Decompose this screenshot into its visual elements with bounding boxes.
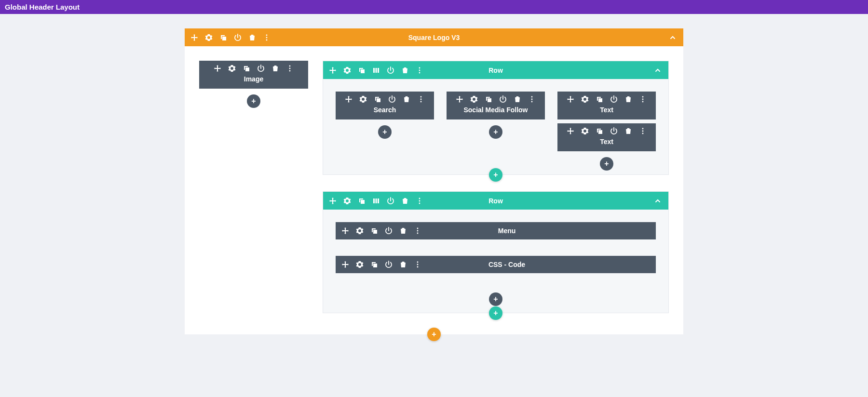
plus-icon: + (493, 171, 498, 179)
add-module-button[interactable]: + (600, 157, 613, 171)
gear-icon[interactable] (205, 34, 213, 41)
trash-icon[interactable] (401, 66, 409, 74)
power-icon[interactable] (610, 95, 618, 103)
plus-icon: + (382, 128, 387, 136)
more-icon[interactable] (414, 261, 421, 268)
trash-icon[interactable] (624, 95, 632, 103)
module-social[interactable]: Social Media Follow (447, 92, 545, 119)
duplicate-icon[interactable] (358, 197, 366, 205)
duplicate-icon[interactable] (370, 227, 378, 235)
add-row-button[interactable]: + (489, 306, 502, 320)
gear-icon[interactable] (356, 227, 364, 235)
module-text-2[interactable]: Text (557, 123, 656, 151)
move-icon[interactable] (341, 227, 349, 235)
power-icon[interactable] (388, 95, 396, 103)
trash-icon[interactable] (248, 34, 256, 41)
power-icon[interactable] (257, 65, 265, 72)
move-icon[interactable] (190, 34, 198, 41)
page-title: Global Header Layout (5, 3, 80, 11)
module-toolbar (562, 127, 651, 135)
trash-icon[interactable] (624, 127, 632, 135)
more-icon[interactable] (416, 197, 423, 205)
module-label: Text (562, 106, 651, 114)
trash-icon[interactable] (399, 261, 407, 268)
more-icon[interactable] (263, 34, 271, 41)
move-icon[interactable] (567, 127, 574, 135)
gear-icon[interactable] (359, 95, 367, 103)
duplicate-icon[interactable] (243, 65, 250, 72)
power-icon[interactable] (610, 127, 618, 135)
gear-icon[interactable] (356, 261, 364, 268)
more-icon[interactable] (417, 95, 425, 103)
section-header[interactable]: Square Logo V3 (185, 28, 683, 46)
gear-icon[interactable] (470, 95, 478, 103)
chevron-up-icon (654, 197, 662, 205)
power-icon[interactable] (385, 261, 393, 268)
columns-icon[interactable] (372, 197, 380, 205)
power-icon[interactable] (499, 95, 507, 103)
duplicate-icon[interactable] (485, 95, 492, 103)
add-row-button[interactable]: + (489, 168, 502, 182)
move-icon[interactable] (329, 66, 337, 74)
module-toolbar (341, 261, 421, 268)
plus-icon: + (432, 330, 436, 339)
duplicate-icon[interactable] (374, 95, 381, 103)
gear-icon[interactable] (581, 127, 589, 135)
move-icon[interactable] (214, 65, 221, 72)
collapse-toggle[interactable] (668, 33, 678, 42)
module-search[interactable]: Search (336, 92, 434, 119)
gear-icon[interactable] (343, 66, 351, 74)
duplicate-icon[interactable] (596, 95, 603, 103)
module-toolbar (451, 95, 540, 103)
gear-icon[interactable] (343, 197, 351, 205)
row-header[interactable]: Row (323, 61, 668, 79)
power-icon[interactable] (385, 227, 393, 235)
chevron-up-icon (669, 34, 677, 41)
power-icon[interactable] (387, 197, 394, 205)
columns-icon[interactable] (372, 66, 380, 74)
move-icon[interactable] (345, 95, 353, 103)
trash-icon[interactable] (401, 197, 409, 205)
section-body: Image + (185, 46, 683, 334)
more-icon[interactable] (639, 127, 647, 135)
move-icon[interactable] (567, 95, 574, 103)
module-text-1[interactable]: Text (557, 92, 656, 119)
duplicate-icon[interactable] (370, 261, 378, 268)
module-menu[interactable]: Menu (336, 222, 656, 239)
add-module-button[interactable]: + (489, 125, 502, 139)
add-section-button[interactable]: + (427, 328, 441, 341)
trash-icon[interactable] (514, 95, 521, 103)
add-module-button[interactable]: + (489, 292, 502, 306)
module-label: Menu (421, 227, 592, 235)
module-label: Image (204, 75, 303, 83)
row1-col1: Search + (336, 92, 434, 139)
add-module-button[interactable]: + (247, 94, 260, 108)
row-2: Row (323, 191, 669, 313)
move-icon[interactable] (456, 95, 463, 103)
module-css-code[interactable]: CSS - Code (336, 256, 656, 273)
gear-icon[interactable] (581, 95, 589, 103)
more-icon[interactable] (414, 227, 421, 235)
more-icon[interactable] (416, 66, 423, 74)
duplicate-icon[interactable] (358, 66, 366, 74)
module-image[interactable]: Image (199, 61, 308, 89)
more-icon[interactable] (639, 95, 647, 103)
gear-icon[interactable] (228, 65, 236, 72)
trash-icon[interactable] (403, 95, 410, 103)
power-icon[interactable] (234, 34, 242, 41)
collapse-toggle[interactable] (653, 66, 663, 75)
duplicate-icon[interactable] (219, 34, 227, 41)
more-icon[interactable] (528, 95, 536, 103)
collapse-toggle[interactable] (653, 196, 663, 206)
plus-icon: + (493, 295, 498, 304)
move-icon[interactable] (329, 197, 337, 205)
move-icon[interactable] (341, 261, 349, 268)
more-icon[interactable] (286, 65, 294, 72)
plus-icon: + (493, 128, 498, 136)
trash-icon[interactable] (399, 227, 407, 235)
duplicate-icon[interactable] (596, 127, 603, 135)
row-header[interactable]: Row (323, 192, 668, 210)
power-icon[interactable] (387, 66, 394, 74)
add-module-button[interactable]: + (378, 125, 392, 139)
trash-icon[interactable] (271, 65, 279, 72)
